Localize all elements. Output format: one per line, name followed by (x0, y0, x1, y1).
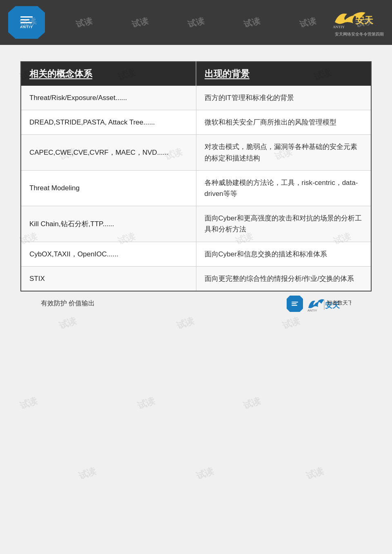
table-cell-col1: STIX (21, 266, 196, 291)
main-content: 试读 试读 试读 试读 试读 试读 试读 试读 试读 试读 试读 试读 试读 试… (0, 45, 392, 514)
watermark-6: 试读 (298, 15, 317, 30)
table-cell-col1: Threat/Risk/Exposure/Asset...... (21, 86, 196, 110)
footer-brand-logo: 安天 ANTIY 智者数天下 (306, 296, 351, 312)
watermark-3: 试读 (131, 15, 149, 30)
table-cell-col2: 微软和相关安全厂商所推出的风险管理模型 (196, 110, 371, 135)
table-cell-col2: 面向Cyber和信息交换的描述和标准体系 (196, 242, 371, 266)
table-header-row: 相关的概念体系 出现的背景 (21, 62, 371, 86)
header: ANTIY 试读 试读 试读 试读 试读 试读 试读 安天 ANTIY 安天网络… (0, 0, 392, 45)
table-cell-col2: 对攻击模式，脆弱点，漏洞等各种基础的安全元素的标定和描述结构 (196, 135, 371, 170)
table-row: STIX面向更完整的综合性的情报分析/作业/交换的体系 (21, 266, 371, 291)
svg-text:智者数天下: 智者数天下 (327, 300, 351, 306)
footer: 有效防护 价值输出 安天 ANTIY 智者数天下 (20, 296, 372, 312)
header-logo: ANTIY (8, 6, 45, 39)
table-cell-col1: CAPEC,CWE,CVE,CVRF，MAEC，NVD...... (21, 135, 196, 170)
table-cell-col1: Threat Modeling (21, 170, 196, 206)
table-cell-col2: 西方的IT管理和标准化的背景 (196, 86, 371, 110)
svg-text:安天: 安天 (354, 15, 374, 25)
table-row: DREAD,STRIDE,PASTA, Attack Tree......微软和… (21, 110, 371, 135)
col1-header: 相关的概念体系 (21, 62, 196, 86)
svg-text:ANTIY: ANTIY (333, 25, 345, 28)
col2-header: 出现的背景 (196, 62, 371, 86)
footer-brand-section: 安天 ANTIY 智者数天下 (287, 296, 351, 312)
antiy-label: ANTIY (20, 25, 33, 29)
watermark-4: 试读 (187, 15, 205, 30)
table-row: Threat Modeling各种威胁建模的方法论，工具，risk-centri… (21, 170, 371, 206)
header-right-section: 安天 ANTIY 安天网络安全冬令营第四期 (331, 8, 384, 37)
table-cell-col1: DREAD,STRIDE,PASTA, Attack Tree...... (21, 110, 196, 135)
table-cell-col2: 各种威胁建模的方法论，工具，risk-centric，data-driven等等 (196, 170, 371, 206)
watermark-5: 试读 (243, 15, 261, 30)
table-cell-col2: 面向更完整的综合性的情报分析/作业/交换的体系 (196, 266, 371, 291)
sub-text: 安天网络安全冬令营第四期 (335, 31, 384, 37)
table-cell-col1: Kill Chain,钻石分析,TTP...... (21, 206, 196, 242)
svg-text:ANTIY: ANTIY (307, 309, 317, 312)
table-row: Threat/Risk/Exposure/Asset......西方的IT管理和… (21, 86, 371, 110)
footer-logo-icon (287, 296, 303, 312)
brand-name: 安天 ANTIY (331, 8, 384, 31)
table-row: Kill Chain,钻石分析,TTP......面向Cyber和更高强度的攻击… (21, 206, 371, 242)
table-cell-col1: CybOX,TAXII，OpenIOC...... (21, 242, 196, 266)
concept-table: 相关的概念体系 出现的背景 Threat/Risk/Exposure/Asset… (20, 61, 372, 291)
table-row: CybOX,TAXII，OpenIOC......面向Cyber和信息交换的描述… (21, 242, 371, 266)
table-row: CAPEC,CWE,CVE,CVRF，MAEC，NVD......对攻击模式，脆… (21, 135, 371, 170)
watermark-2: 试读 (75, 15, 94, 30)
table-cell-col2: 面向Cyber和更高强度的攻击和对抗的场景的分析工具和分析方法 (196, 206, 371, 242)
footer-tagline: 有效防护 价值输出 (41, 299, 95, 308)
